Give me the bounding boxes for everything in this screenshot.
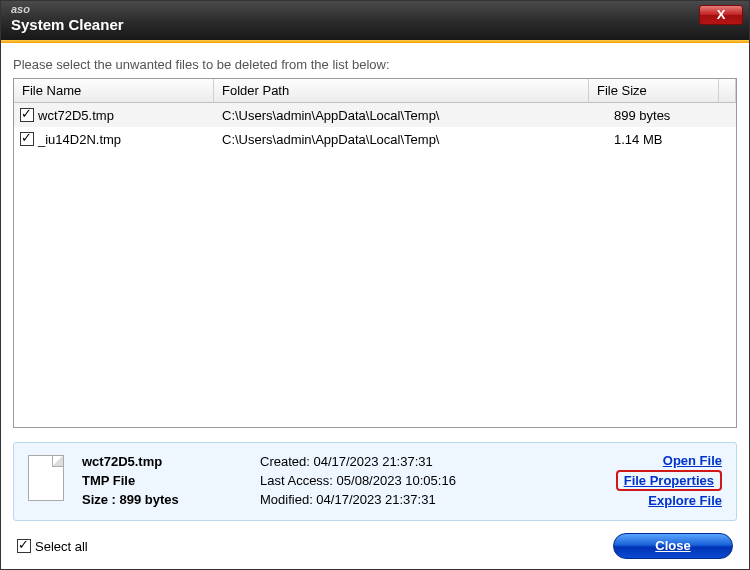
grid-header: File Name Folder Path File Size [14,79,736,103]
title-text: aso System Cleaner [11,3,124,33]
header-scroll-spacer [719,79,736,102]
header-file-name[interactable]: File Name [14,79,214,102]
row-checkbox[interactable] [20,132,34,146]
header-folder-path[interactable]: Folder Path [214,79,589,102]
detail-file-type: TMP File [82,472,242,491]
detail-last-access: Last Access: 05/08/2023 10:05:16 [260,472,598,491]
close-button-label: Close [655,538,690,553]
explore-file-link[interactable]: Explore File [648,493,722,508]
row-file-size: 899 bytes [606,104,736,127]
file-meta: wct72D5.tmp TMP File Size : 899 bytes [82,453,242,510]
open-file-link[interactable]: Open File [663,453,722,468]
app-name-small: aso [11,3,124,16]
select-all-label: Select all [35,539,88,554]
row-file-name: wct72D5.tmp [38,108,114,123]
row-file-size: 1.14 MB [606,128,736,151]
system-cleaner-window: aso System Cleaner X Please select the u… [0,0,750,570]
file-times: Created: 04/17/2023 21:37:31 Last Access… [260,453,598,510]
table-row[interactable]: wct72D5.tmp C:\Users\admin\AppData\Local… [14,103,736,127]
file-grid: File Name Folder Path File Size wct72D5.… [13,78,737,428]
grid-body[interactable]: wct72D5.tmp C:\Users\admin\AppData\Local… [14,103,736,427]
select-all-box[interactable] [17,539,31,553]
file-action-links: Open File File Properties Explore File [616,453,722,508]
row-folder-path: C:\Users\admin\AppData\Local\Temp\ [214,104,606,127]
instruction-text: Please select the unwanted files to be d… [13,57,737,72]
window-close-button[interactable]: X [699,5,743,25]
detail-file-name: wct72D5.tmp [82,453,242,472]
footer: Select all Close [13,533,737,559]
titlebar: aso System Cleaner X [1,1,749,43]
detail-created: Created: 04/17/2023 21:37:31 [260,453,598,472]
file-properties-link[interactable]: File Properties [616,470,722,491]
close-button[interactable]: Close [613,533,733,559]
detail-modified: Modified: 04/17/2023 21:37:31 [260,491,598,510]
row-folder-path: C:\Users\admin\AppData\Local\Temp\ [214,128,606,151]
row-checkbox[interactable] [20,108,34,122]
detail-file-size: Size : 899 bytes [82,491,242,510]
accent-bar [1,40,749,43]
file-details-panel: wct72D5.tmp TMP File Size : 899 bytes Cr… [13,442,737,521]
file-icon [28,455,64,501]
app-name-main: System Cleaner [11,16,124,33]
table-row[interactable]: _iu14D2N.tmp C:\Users\admin\AppData\Loca… [14,127,736,151]
row-file-name: _iu14D2N.tmp [38,132,121,147]
header-file-size[interactable]: File Size [589,79,719,102]
content-area: Please select the unwanted files to be d… [1,43,749,569]
select-all-checkbox[interactable]: Select all [17,539,88,554]
